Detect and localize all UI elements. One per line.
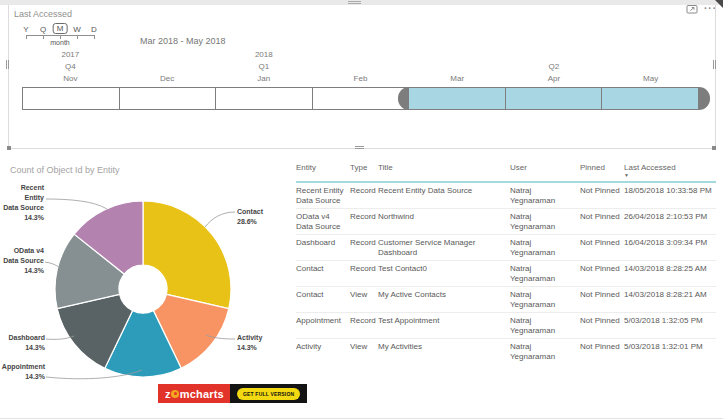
cell-entity: Appointment xyxy=(296,316,348,326)
cell-entity: Recent Entity Data Source xyxy=(296,186,348,206)
timeline-month-cell-may[interactable] xyxy=(601,87,699,110)
sort-descending-icon[interactable]: ▼ xyxy=(624,173,716,178)
cell-type: Record xyxy=(350,186,376,196)
resize-grip-right-icon[interactable] xyxy=(713,60,716,69)
slice-label-recent-entity: Recent Entity Data Source 14.3% xyxy=(0,183,44,223)
cell-title: Test Contact0 xyxy=(378,264,508,274)
timeline-year-label: 2018 xyxy=(255,50,273,59)
cell-last_accessed: 5/03/2018 1:32:01 PM xyxy=(624,342,716,352)
cell-type: View xyxy=(350,290,376,300)
visual-frame-left xyxy=(8,5,9,148)
cell-title: Recent Entity Data Source xyxy=(378,186,508,196)
cell-user: Natraj Yegnaraman xyxy=(510,264,578,284)
timeline-month-label: Mar xyxy=(409,74,506,83)
timeline-quarter-label: Q1 xyxy=(258,62,269,71)
period-button-m[interactable]: M xyxy=(53,23,68,34)
cell-last_accessed: 18/05/2018 10:33:58 PM xyxy=(624,186,716,196)
cell-last_accessed: 16/04/2018 3:09:34 PM xyxy=(624,238,716,248)
selection-handle-right[interactable] xyxy=(699,87,710,110)
timeline-month-cell-dec[interactable] xyxy=(119,87,217,110)
column-header-title[interactable]: Title xyxy=(378,163,508,178)
table-row[interactable]: ActivityViewMy ActivitiesNatraj Yegnaram… xyxy=(296,338,716,364)
column-header-entity[interactable]: Entity xyxy=(296,163,348,178)
focus-mode-icon[interactable] xyxy=(686,4,698,14)
cell-title: Customer Service Manager Dashboard xyxy=(378,238,508,258)
cell-type: Record xyxy=(350,264,376,274)
cell-entity: Contact xyxy=(296,290,348,300)
donut-slice-contact[interactable] xyxy=(143,201,231,309)
slice-label-odata: OData v4 Data Source 14.3% xyxy=(0,246,44,276)
column-header-type[interactable]: Type xyxy=(350,163,376,178)
resize-grip-bottom-icon[interactable] xyxy=(355,146,364,149)
cell-pinned: Not Pinned xyxy=(580,342,622,352)
period-button-w[interactable]: W xyxy=(73,25,81,34)
timeline-month-cell-mar[interactable] xyxy=(408,87,506,110)
timeline-cells xyxy=(22,87,699,110)
drag-grip-icon[interactable] xyxy=(348,1,361,4)
timeline-month-cell-nov[interactable] xyxy=(22,87,120,110)
cell-last_accessed: 14/03/2018 8:28:25 AM xyxy=(624,264,716,274)
table-row[interactable]: DashboardRecordCustomer Service Manager … xyxy=(296,234,716,260)
timeline-month-cell-jan[interactable] xyxy=(215,87,313,110)
cell-title: My Activities xyxy=(378,342,508,352)
timeline-month-label: Feb xyxy=(312,74,409,83)
resize-grip-left-icon[interactable] xyxy=(6,60,9,69)
resize-corner-left-icon[interactable] xyxy=(7,146,11,150)
slice-label-appointment: Appointment 14.3% xyxy=(0,362,45,382)
cell-user: Natraj Yegnaraman xyxy=(510,342,578,362)
cell-entity: OData v4 Data Source xyxy=(296,212,348,232)
timeline-month-label: May xyxy=(602,74,699,83)
zoomcharts-branding[interactable]: zmcharts GET FULL VERSION xyxy=(158,384,307,403)
cell-entity: Contact xyxy=(296,264,348,274)
get-full-version-container: GET FULL VERSION xyxy=(230,384,307,403)
cell-pinned: Not Pinned xyxy=(580,212,622,222)
slice-label-dashboard: Dashboard 14.3% xyxy=(0,333,45,353)
period-tick xyxy=(43,35,44,39)
cell-title: My Active Contacts xyxy=(378,290,508,300)
cell-pinned: Not Pinned xyxy=(580,186,622,196)
cell-pinned: Not Pinned xyxy=(580,290,622,300)
cell-pinned: Not Pinned xyxy=(580,238,622,248)
period-tick xyxy=(77,35,78,39)
cell-title: Northwind xyxy=(378,212,508,222)
period-tick xyxy=(94,35,95,39)
timeline-quarter-label: Q4 xyxy=(65,62,76,71)
period-button-d[interactable]: D xyxy=(91,25,97,34)
cell-title: Test Appointment xyxy=(378,316,508,326)
column-header-last-accessed[interactable]: Last Accessed▼ xyxy=(624,163,716,178)
table-row[interactable]: Recent Entity Data SourceRecordRecent En… xyxy=(296,183,716,208)
selected-period-label: month xyxy=(50,39,69,46)
cell-user: Natraj Yegnaraman xyxy=(510,186,578,206)
zoomcharts-key-icon xyxy=(171,390,179,398)
visual-frame-right xyxy=(715,5,716,148)
timeline-grid: NovDecJanFebMarAprMay 20172018Q4Q1Q2 xyxy=(22,50,699,112)
cell-type: View xyxy=(350,342,376,352)
timeline-month-label: Dec xyxy=(119,74,216,83)
get-full-version-button[interactable]: GET FULL VERSION xyxy=(237,388,300,400)
cell-user: Natraj Yegnaraman xyxy=(510,212,578,232)
timeline-month-label: Nov xyxy=(22,74,119,83)
cell-type: Record xyxy=(350,316,376,326)
donut-title: Count of Object Id by Entity xyxy=(10,165,120,175)
timeline-month-label: Apr xyxy=(506,74,603,83)
column-header-user[interactable]: User xyxy=(510,163,578,178)
cell-last_accessed: 5/03/2018 1:32:05 PM xyxy=(624,316,716,326)
table-row[interactable]: AppointmentRecordTest AppointmentNatraj … xyxy=(296,312,716,338)
period-button-q[interactable]: Q xyxy=(40,25,46,34)
cell-last_accessed: 14/03/2018 8:28:21 AM xyxy=(624,290,716,300)
table-row[interactable]: ContactRecordTest Contact0Natraj Yegnara… xyxy=(296,260,716,286)
cell-entity: Dashboard xyxy=(296,238,348,248)
timeline-month-cell-apr[interactable] xyxy=(505,87,603,110)
cell-type: Record xyxy=(350,238,376,248)
column-header-pinned[interactable]: Pinned xyxy=(580,163,622,178)
cell-last_accessed: 26/04/2018 2:10:53 PM xyxy=(624,212,716,222)
period-button-y[interactable]: Y xyxy=(23,25,28,34)
timeline-month-cell-feb[interactable] xyxy=(312,87,410,110)
table-row[interactable]: ContactViewMy Active ContactsNatraj Yegn… xyxy=(296,286,716,312)
page-bottom-edge xyxy=(0,418,723,419)
resize-corner-right-icon[interactable] xyxy=(712,146,716,150)
timeline-year-label: 2017 xyxy=(61,50,79,59)
slice-label-contact: Contact 28.6% xyxy=(237,207,263,227)
table-row[interactable]: OData v4 Data SourceRecordNorthwindNatra… xyxy=(296,208,716,234)
slice-label-activity: Activity 14.3% xyxy=(237,333,262,353)
